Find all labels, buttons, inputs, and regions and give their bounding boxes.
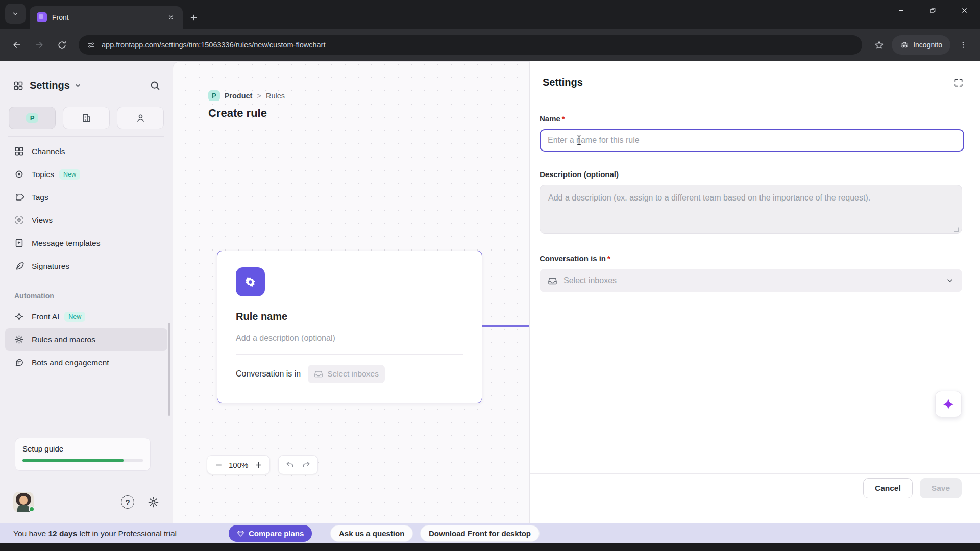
help-button[interactable]: ? <box>121 495 134 509</box>
breadcrumb-rules[interactable]: Rules <box>266 92 285 100</box>
panel-body: Name* Description (optional) Conversatio… <box>530 101 980 292</box>
tag-icon <box>14 192 24 202</box>
message-template-icon <box>14 238 24 248</box>
name-field-label: Name* <box>540 114 964 123</box>
chevron-down-icon[interactable] <box>74 82 82 89</box>
zoom-in-button[interactable] <box>250 457 266 473</box>
sidebar-item-channels[interactable]: Channels <box>0 140 173 163</box>
sidebar-menu: Channels Topics New Tags Views Mes <box>0 140 173 278</box>
automation-section-label: Automation <box>0 278 173 305</box>
reload-icon <box>57 40 67 50</box>
browser-toolbar: app.frontapp.com/settings/tim:15063336/r… <box>0 29 980 61</box>
rule-node-card[interactable]: Rule name Add a description (optional) C… <box>217 251 482 403</box>
ai-assistant-button[interactable] <box>935 391 962 417</box>
select-inboxes-dropdown[interactable]: Select inboxes <box>540 269 962 292</box>
browser-menu-button[interactable] <box>953 35 973 55</box>
window-controls <box>885 0 980 20</box>
sidebar-item-label: Channels <box>32 147 65 156</box>
sidebar-item-tags[interactable]: Tags <box>0 186 173 209</box>
incognito-icon <box>900 40 909 49</box>
question-mark-icon: ? <box>125 498 130 507</box>
sidebar-item-views[interactable]: Views <box>0 209 173 232</box>
product-badge: P <box>26 113 39 123</box>
workspace-tab-personal[interactable] <box>117 107 164 129</box>
browser-tab[interactable]: Front <box>30 6 183 29</box>
window-close-button[interactable] <box>948 0 980 20</box>
reload-button[interactable] <box>52 35 71 55</box>
sparkle-icon <box>14 312 24 321</box>
browser-window: Front app.frontapp.com/settings/tim:1506… <box>0 0 980 551</box>
rule-gear-icon <box>236 267 265 296</box>
rule-condition-row: Conversation is in Select inboxes <box>217 355 482 393</box>
inbox-icon <box>314 369 323 379</box>
select-inboxes-chip[interactable]: Select inboxes <box>308 365 385 383</box>
url-text[interactable]: app.frontapp.com/settings/tim:15063336/r… <box>102 41 325 49</box>
site-info-icon[interactable] <box>87 41 95 49</box>
expand-icon <box>953 78 964 88</box>
new-tab-button[interactable] <box>187 11 200 24</box>
incognito-label: Incognito <box>913 41 942 49</box>
workspace-tab-product[interactable]: P <box>9 107 56 129</box>
ask-question-button[interactable]: Ask us a question <box>330 525 413 542</box>
sidebar-item-front-ai[interactable]: Front AI New <box>0 305 173 328</box>
sidebar-item-label: Tags <box>32 193 48 202</box>
url-bar[interactable]: app.frontapp.com/settings/tim:15063336/r… <box>79 35 862 55</box>
gear-icon <box>148 496 159 508</box>
settings-gear-button[interactable] <box>148 496 159 508</box>
back-button[interactable] <box>7 35 27 55</box>
online-status-dot <box>29 506 35 512</box>
close-icon <box>961 7 968 14</box>
page-title: Create rule <box>208 107 267 120</box>
sidebar-item-label: Views <box>32 216 53 225</box>
bookmark-star-button[interactable] <box>869 35 889 55</box>
download-desktop-button[interactable]: Download Front for desktop <box>420 525 540 542</box>
compare-plans-button[interactable]: Compare plans <box>229 525 312 542</box>
sidebar-item-label: Signatures <box>32 262 69 271</box>
views-icon <box>14 215 24 225</box>
rule-flowchart-canvas[interactable]: P Product > Rules Create rule Rule name … <box>173 61 529 523</box>
window-restore-button[interactable] <box>917 0 948 20</box>
forward-button[interactable] <box>30 35 49 55</box>
setup-guide-card[interactable]: Setup guide <box>15 438 151 471</box>
undo-button[interactable] <box>282 457 298 473</box>
rule-description-textarea[interactable] <box>540 185 962 234</box>
product-badge: P <box>208 90 220 101</box>
panel-title: Settings <box>543 77 583 88</box>
tab-title: Front <box>52 13 69 21</box>
redo-icon <box>302 460 311 469</box>
window-minimize-button[interactable] <box>885 0 917 20</box>
sidebar-scrollbar[interactable] <box>168 323 170 416</box>
settings-grid-icon <box>13 81 23 91</box>
workspace-tab-company[interactable] <box>63 107 110 129</box>
sidebar-item-rules-and-macros[interactable]: Rules and macros <box>5 328 167 351</box>
tab-search-button[interactable] <box>5 4 26 24</box>
save-button[interactable]: Save <box>920 478 962 498</box>
sidebar-item-bots-and-engagement[interactable]: Bots and engagement <box>0 351 173 374</box>
workspace-tabs: P <box>0 107 173 129</box>
sidebar-item-topics[interactable]: Topics New <box>0 163 173 186</box>
front-favicon-icon <box>37 12 47 22</box>
tab-close-button[interactable] <box>164 11 178 24</box>
sidebar-item-label: Topics <box>32 170 54 179</box>
undo-icon <box>285 460 295 469</box>
rule-description-placeholder[interactable]: Add a description (optional) <box>236 334 463 343</box>
rule-name-input[interactable] <box>540 129 964 152</box>
redo-button[interactable] <box>298 457 314 473</box>
ai-sparkle-icon <box>942 397 955 411</box>
rule-settings-panel: Settings Name* Description (optional) <box>529 61 980 523</box>
setup-progress-track <box>22 459 143 462</box>
signature-pen-icon <box>14 261 24 271</box>
star-icon <box>874 40 884 50</box>
cancel-button[interactable]: Cancel <box>863 478 913 498</box>
panel-header: Settings <box>530 61 980 88</box>
sidebar-item-signatures[interactable]: Signatures <box>0 255 173 278</box>
select-inboxes-label: Select inboxes <box>327 369 379 379</box>
minus-icon <box>215 461 223 469</box>
trial-message: You have 12 days left in your Profession… <box>13 529 177 538</box>
sidebar-item-message-templates[interactable]: Message templates <box>0 232 173 255</box>
expand-panel-button[interactable] <box>953 78 964 88</box>
breadcrumb-product[interactable]: Product <box>225 92 253 100</box>
sidebar-search-button[interactable] <box>150 80 160 91</box>
sidebar-divider <box>8 136 164 137</box>
zoom-out-button[interactable] <box>210 457 227 473</box>
